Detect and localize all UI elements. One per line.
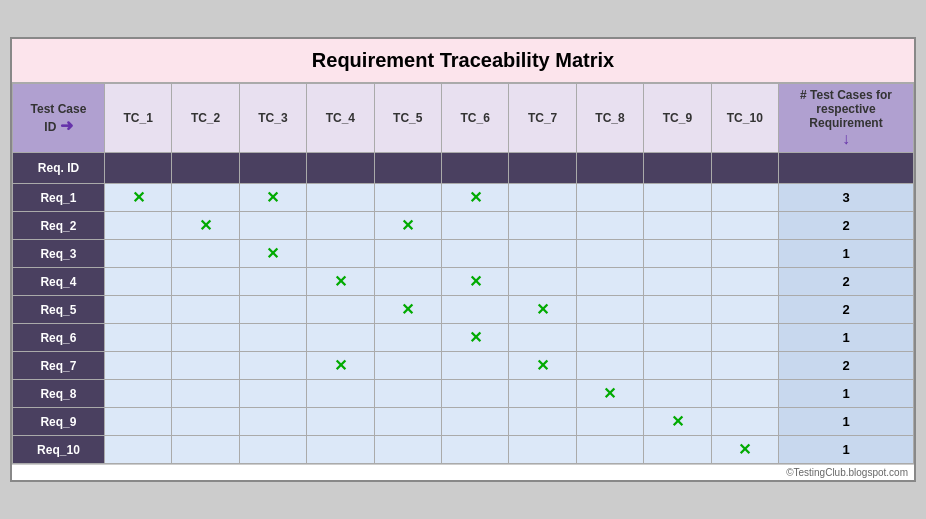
traceability-table: Test CaseID ➜ TC_1 TC_2 TC_3 TC_4 TC_5 T…	[12, 83, 914, 464]
mark-cell	[644, 296, 711, 324]
mark-cell	[374, 268, 441, 296]
mark-cell: ✕	[711, 436, 778, 464]
mark-cell	[509, 408, 576, 436]
check-mark-icon: ✕	[603, 385, 616, 402]
check-mark-icon: ✕	[469, 329, 482, 346]
mark-cell	[374, 240, 441, 268]
mark-cell	[644, 352, 711, 380]
mark-cell	[576, 436, 643, 464]
mark-cell	[374, 408, 441, 436]
check-mark-icon: ✕	[536, 301, 549, 318]
mark-cell	[644, 240, 711, 268]
watermark: ©TestingClub.blogspot.com	[12, 464, 914, 480]
mark-cell	[509, 380, 576, 408]
req-id-cell: Req_4	[13, 268, 105, 296]
header-spacer-4	[307, 153, 374, 184]
mark-cell	[509, 184, 576, 212]
mark-cell	[239, 408, 306, 436]
req-id-cell: Req_10	[13, 436, 105, 464]
col-header-tc7: TC_7	[509, 84, 576, 153]
mark-cell	[576, 212, 643, 240]
mark-cell: ✕	[307, 352, 374, 380]
mark-cell	[576, 408, 643, 436]
mark-cell	[374, 184, 441, 212]
count-header-label: # Test Cases for respectiveRequirement	[800, 88, 892, 130]
table-row: Req_9✕1	[13, 408, 914, 436]
check-mark-icon: ✕	[536, 357, 549, 374]
header-spacer-6	[441, 153, 508, 184]
mark-cell	[307, 324, 374, 352]
mark-cell	[509, 268, 576, 296]
check-mark-icon: ✕	[671, 413, 684, 430]
table-row: Req_7✕✕2	[13, 352, 914, 380]
col-header-tc8: TC_8	[576, 84, 643, 153]
header-spacer-5	[374, 153, 441, 184]
col-header-tc1: TC_1	[104, 84, 171, 153]
check-mark-icon: ✕	[266, 245, 279, 262]
mark-cell	[239, 296, 306, 324]
mark-cell	[441, 212, 508, 240]
col-header-tc4: TC_4	[307, 84, 374, 153]
req-id-cell: Req_3	[13, 240, 105, 268]
mark-cell	[509, 240, 576, 268]
col-header-tc6: TC_6	[441, 84, 508, 153]
mark-cell: ✕	[441, 324, 508, 352]
mark-cell	[307, 380, 374, 408]
count-cell: 1	[779, 324, 914, 352]
mark-cell: ✕	[104, 184, 171, 212]
check-mark-icon: ✕	[334, 273, 347, 290]
mark-cell	[104, 380, 171, 408]
mark-cell	[172, 184, 239, 212]
header-spacer-10	[711, 153, 778, 184]
check-mark-icon: ✕	[401, 301, 414, 318]
mark-cell: ✕	[441, 268, 508, 296]
count-cell: 1	[779, 408, 914, 436]
mark-cell	[711, 352, 778, 380]
count-cell: 2	[779, 268, 914, 296]
mark-cell	[104, 324, 171, 352]
header-spacer-2	[172, 153, 239, 184]
req-id-cell: Req_6	[13, 324, 105, 352]
check-mark-icon: ✕	[469, 273, 482, 290]
mark-cell	[172, 296, 239, 324]
mark-cell: ✕	[509, 352, 576, 380]
mark-cell	[172, 380, 239, 408]
mark-cell: ✕	[509, 296, 576, 324]
arrow-down-icon: ↓	[842, 130, 850, 148]
mark-cell	[307, 240, 374, 268]
mark-cell	[104, 268, 171, 296]
mark-cell	[374, 436, 441, 464]
mark-cell	[441, 240, 508, 268]
table-row: Req_8✕1	[13, 380, 914, 408]
count-cell: 2	[779, 352, 914, 380]
arrow-right-icon: ➜	[60, 116, 73, 135]
mark-cell	[172, 408, 239, 436]
mark-cell	[711, 380, 778, 408]
req-id-cell: Req_2	[13, 212, 105, 240]
mark-cell	[104, 436, 171, 464]
mark-cell	[711, 240, 778, 268]
mark-cell	[104, 240, 171, 268]
mark-cell	[307, 436, 374, 464]
check-mark-icon: ✕	[132, 189, 145, 206]
mark-cell	[711, 184, 778, 212]
mark-cell: ✕	[307, 268, 374, 296]
mark-cell	[509, 436, 576, 464]
count-header: # Test Cases for respectiveRequirement ↓	[779, 84, 914, 153]
count-cell: 1	[779, 380, 914, 408]
mark-cell	[509, 212, 576, 240]
mark-cell	[239, 380, 306, 408]
mark-cell	[104, 352, 171, 380]
mark-cell	[307, 296, 374, 324]
mark-cell: ✕	[239, 240, 306, 268]
col-header-tc5: TC_5	[374, 84, 441, 153]
req-id-label: Req. ID	[13, 153, 105, 184]
matrix-title: Requirement Traceability Matrix	[12, 39, 914, 83]
mark-cell: ✕	[239, 184, 306, 212]
mark-cell	[104, 212, 171, 240]
mark-cell	[441, 352, 508, 380]
mark-cell	[441, 380, 508, 408]
mark-cell: ✕	[644, 408, 711, 436]
mark-cell	[172, 352, 239, 380]
count-cell: 3	[779, 184, 914, 212]
